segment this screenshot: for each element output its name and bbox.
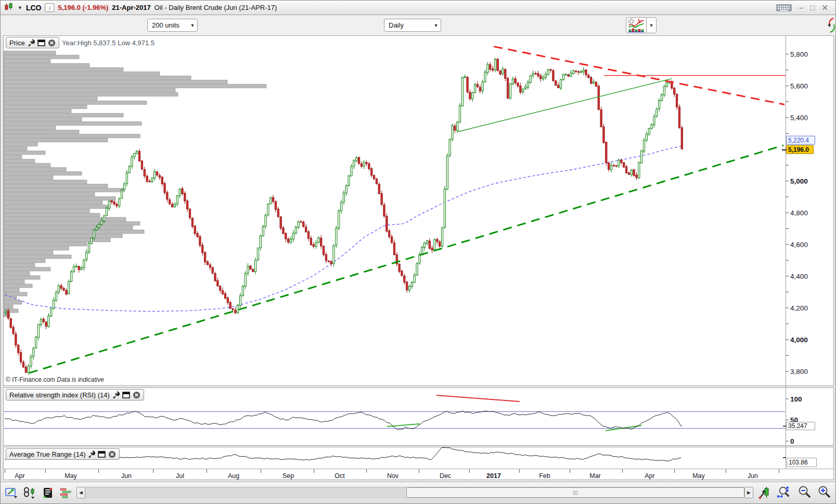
close-indicator-icon[interactable]: [108, 450, 116, 458]
units-value: 200 units: [148, 21, 188, 29]
zoom-range-button[interactable]: [777, 485, 791, 500]
rsi-panel-header: Relative strength index (RSI) (14): [6, 389, 144, 400]
linked-instrument-button[interactable]: [22, 486, 37, 500]
close-indicator-icon[interactable]: [48, 39, 56, 47]
close-indicator-icon[interactable]: [133, 391, 140, 399]
indicative-text: Data is indicative: [57, 376, 104, 383]
scroll-right-button[interactable]: ▶: [744, 487, 753, 498]
price-panel[interactable]: [3, 35, 834, 386]
atr-panel[interactable]: [3, 447, 834, 469]
zoom-out-button[interactable]: [798, 485, 812, 500]
price-panel-title: Price: [9, 39, 25, 47]
bottom-toolbar: ◀ ▶: [1, 482, 836, 504]
copyright-text: © IT-Finance.com: [6, 376, 55, 383]
sidebar-expander[interactable]: [827, 17, 836, 36]
wrench-icon[interactable]: [88, 450, 95, 458]
detach-window-icon[interactable]: [37, 40, 45, 46]
quote-date: 21-Apr-2017: [112, 4, 150, 11]
chart-style-button[interactable]: ▼: [626, 17, 657, 33]
instrument-dropdown-icon[interactable]: ▼: [18, 5, 22, 10]
chart-style-icon: [626, 18, 646, 33]
zoom-in-button[interactable]: [817, 485, 832, 500]
close-button[interactable]: ✕: [821, 4, 828, 11]
instrument-candles-icon: [4, 2, 14, 14]
time-scrollbar[interactable]: ◀ ▶: [76, 487, 753, 498]
chevron-down-icon: ▼: [188, 19, 197, 31]
atr-panel-header: Average True Range (14): [6, 448, 120, 460]
price-panel-header: Price: [6, 37, 59, 48]
wrench-icon[interactable]: [28, 39, 35, 46]
atr-value-box: 103.86: [787, 458, 817, 467]
market-depth-button[interactable]: [59, 486, 73, 500]
timeframe-value: Daily: [384, 21, 431, 29]
rsi-panel-title: Relative strength index (RSI) (14): [9, 391, 110, 399]
instrument-description: Oil - Daily Brent Crude (Jun (21-APR-17): [155, 4, 277, 11]
capture-chart-button[interactable]: [5, 486, 19, 500]
chart-options-button[interactable]: [757, 486, 772, 500]
info-icon[interactable]: i: [45, 3, 54, 12]
last-price-box: 5,196.0: [786, 145, 814, 154]
chevron-down-icon: ▼: [431, 19, 441, 31]
title-bar: ▼ LCO i 5,196.0 (-1.96%) 21-Apr-2017 Oil…: [1, 1, 836, 15]
units-select[interactable]: 200 units ▼: [147, 19, 198, 32]
maximize-button[interactable]: □: [810, 4, 815, 11]
detach-window-icon[interactable]: [122, 392, 130, 398]
scrollbar-track[interactable]: [85, 487, 744, 498]
detach-window-icon[interactable]: [98, 451, 106, 458]
news-button[interactable]: [41, 486, 56, 500]
copyright-note: © IT-Finance.com Data is indicative: [6, 376, 104, 383]
scrollbar-thumb[interactable]: [406, 487, 744, 498]
scrollbar-grip: [573, 491, 578, 495]
last-quote: 5,196.0 (-1.96%): [58, 4, 108, 11]
chart-window: ▼ LCO i 5,196.0 (-1.96%) 21-Apr-2017 Oil…: [0, 0, 836, 504]
scroll-left-button[interactable]: ◀: [76, 487, 85, 498]
atr-panel-title: Average True Range (14): [9, 450, 85, 458]
minimize-button[interactable]: –: [799, 4, 803, 11]
ma-value-box: 5,220.4: [786, 136, 815, 145]
rsi-value-box: 35.247: [786, 422, 815, 430]
year-range-info: Year:High 5,837.5 Low 4,971.5: [62, 39, 155, 47]
symbol-label[interactable]: LCO: [26, 4, 42, 12]
keyboard-icon[interactable]: [776, 3, 792, 12]
chart-toolbar: 200 units ▼ Daily ▼: [1, 15, 836, 35]
time-axis[interactable]: [3, 469, 834, 480]
timeframe-select[interactable]: Daily ▼: [384, 19, 441, 32]
wrench-icon[interactable]: [112, 391, 120, 398]
chevron-down-icon: ▼: [646, 18, 656, 33]
